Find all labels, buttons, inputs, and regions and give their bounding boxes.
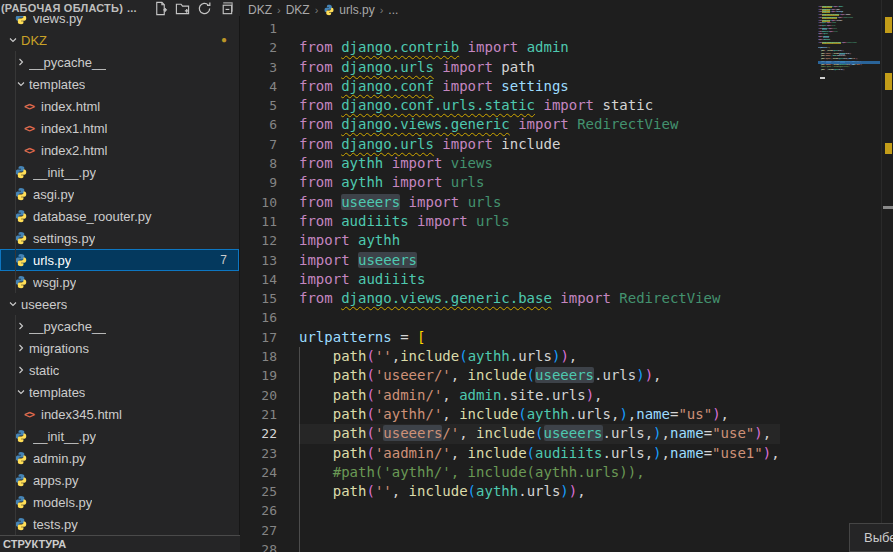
code-line-13[interactable]: import useeers — [299, 251, 780, 270]
chevron-down-icon — [5, 32, 21, 48]
tree-item-migrations[interactable]: migrations — [0, 337, 239, 359]
tree-item-settings-py[interactable]: settings.py — [0, 227, 239, 249]
code-line-17[interactable]: urlpatterns = [ — [299, 328, 780, 347]
explorer-section-header[interactable]: (РАБОЧАЯ ОБЛАСТЬ) ... — [0, 0, 240, 16]
code-line-16[interactable] — [299, 308, 780, 327]
line-number[interactable]: 23 — [241, 444, 277, 463]
code-line-18[interactable]: path('',include(aythh.urls)), — [299, 347, 780, 366]
code-line-15[interactable]: from django.views.generic.base import Re… — [299, 289, 780, 308]
problems-badge: 7 — [220, 253, 239, 267]
tree-item--pycache-[interactable]: __pycache__ — [0, 51, 239, 73]
outline-section-header[interactable]: СТРУКТУРА — [0, 535, 240, 552]
tree-item-static[interactable]: static — [0, 359, 239, 381]
line-number[interactable]: 25 — [241, 482, 277, 501]
tree-item-admin-py[interactable]: admin.py — [0, 447, 239, 469]
code-line-9[interactable]: from aythh import urls — [299, 173, 780, 192]
line-number[interactable]: 11 — [241, 212, 277, 231]
tree-item-dkz[interactable]: DKZ● — [0, 29, 239, 51]
code-line-28[interactable] — [299, 540, 780, 552]
line-number[interactable]: 7 — [241, 135, 277, 154]
code-line-23[interactable]: path('aadmin/', include(audiiits.urls,),… — [299, 444, 780, 463]
line-number[interactable]: 18 — [241, 347, 277, 366]
line-number[interactable]: 9 — [241, 173, 277, 192]
code-line-24[interactable]: #path('aythh/', include(aythh.urls)), — [299, 463, 780, 482]
new-folder-icon[interactable] — [175, 1, 190, 16]
code-line-25[interactable]: path('', include(aythh.urls)), — [299, 482, 780, 501]
python-file-icon — [323, 4, 335, 16]
collapse-folders-icon[interactable] — [219, 1, 234, 16]
code-line-26[interactable] — [299, 501, 780, 520]
line-number[interactable]: 20 — [241, 386, 277, 405]
tree-item-useeers[interactable]: useeers — [0, 293, 239, 315]
line-number[interactable]: 13 — [241, 251, 277, 270]
code-line-10[interactable]: from useeers import urls — [299, 193, 780, 212]
line-number[interactable]: 3 — [241, 58, 277, 77]
tree-item-index2-html[interactable]: <>index2.html — [0, 139, 239, 161]
line-number[interactable]: 10 — [241, 193, 277, 212]
tree-item-templates[interactable]: templates — [0, 73, 239, 95]
line-number[interactable]: 4 — [241, 77, 277, 96]
tree-item-label: index1.html — [41, 121, 107, 136]
line-number[interactable]: 21 — [241, 405, 277, 424]
breadcrumb-item[interactable]: ... — [388, 3, 398, 17]
tree-item-templates[interactable]: templates — [0, 381, 239, 403]
line-number[interactable]: 15 — [241, 289, 277, 308]
code-line-2[interactable]: from django.contrib import admin — [299, 38, 780, 57]
tree-item-index345-html[interactable]: <>index345.html — [0, 403, 239, 425]
new-file-icon[interactable] — [153, 1, 168, 16]
overview-ruler[interactable] — [881, 0, 893, 552]
tree-item-index-html[interactable]: <>index.html — [0, 95, 239, 117]
code-line-11[interactable]: from audiiits import urls — [299, 212, 780, 231]
line-number[interactable]: 16 — [241, 308, 277, 327]
code-line-19[interactable]: path('useeer/', include(useeers.urls)), — [299, 366, 780, 385]
tree-item-asgi-py[interactable]: asgi.py — [0, 183, 239, 205]
code-line-7[interactable]: from django.urls import include — [299, 135, 780, 154]
tree-item--init-py[interactable]: __init__.py — [0, 425, 239, 447]
line-number[interactable]: 8 — [241, 154, 277, 173]
breadcrumb-item[interactable]: urls.py — [339, 3, 374, 17]
minimap-cursor-mark — [820, 77, 825, 79]
line-number[interactable]: 24 — [241, 463, 277, 482]
line-number[interactable]: 5 — [241, 96, 277, 115]
modified-dot-icon: ● — [221, 35, 239, 45]
code-line-5[interactable]: from django.conf.urls.static import stat… — [299, 96, 780, 115]
line-number[interactable]: 2 — [241, 38, 277, 57]
code-line-22[interactable]: path('useeers/', include(useeers.urls,),… — [299, 424, 780, 443]
tree-item-models-py[interactable]: models.py — [0, 491, 239, 513]
tree-item--init-py[interactable]: __init__.py — [0, 161, 239, 183]
breadcrumb-item[interactable]: DKZ — [248, 3, 272, 17]
tree-item-database-roouter-py[interactable]: database_roouter.py — [0, 205, 239, 227]
tree-item--pycache-[interactable]: __pycache__ — [0, 315, 239, 337]
line-number[interactable]: 14 — [241, 270, 277, 289]
code-line-3[interactable]: from django.urls import path — [299, 58, 780, 77]
tree-item-tests-py[interactable]: tests.py — [0, 513, 239, 535]
line-number[interactable]: 19 — [241, 366, 277, 385]
line-number[interactable]: 1 — [241, 19, 277, 38]
code-line-8[interactable]: from aythh import views — [299, 154, 780, 173]
tree-item-apps-py[interactable]: apps.py — [0, 469, 239, 491]
tree-item-label: __pycache__ — [29, 55, 106, 70]
line-number[interactable]: 22 — [241, 424, 277, 443]
code-line-14[interactable]: import audiiits — [299, 270, 780, 289]
code-line-21[interactable]: path('aythh/', include(aythh.urls,),name… — [299, 405, 780, 424]
line-number[interactable]: 27 — [241, 521, 277, 540]
code-line-4[interactable]: from django.conf import settings — [299, 77, 780, 96]
breadcrumb-item[interactable]: DKZ — [286, 3, 310, 17]
minimap[interactable]: from django.contrib import adminfrom dja… — [818, 3, 880, 80]
code-line-1[interactable] — [299, 19, 780, 38]
code-line-20[interactable]: path('admin/', admin.site.urls), — [299, 386, 780, 405]
tree-item-index1-html[interactable]: <>index1.html — [0, 117, 239, 139]
code-line-27[interactable] — [299, 521, 780, 540]
code-line-12[interactable]: import aythh — [299, 231, 780, 250]
tree-item-urls-py[interactable]: urls.py7 — [0, 249, 239, 271]
code-content[interactable]: from django.contrib import adminfrom dja… — [299, 19, 780, 552]
code-line-6[interactable]: from django.views.generic import Redirec… — [299, 115, 780, 134]
line-number[interactable]: 17 — [241, 328, 277, 347]
line-number[interactable]: 6 — [241, 115, 277, 134]
line-number[interactable]: 12 — [241, 231, 277, 250]
warning-squiggle: django.contrib — [341, 39, 459, 55]
line-number[interactable]: 26 — [241, 501, 277, 520]
refresh-explorer-icon[interactable] — [197, 1, 212, 16]
line-number[interactable]: 28 — [241, 540, 277, 552]
tree-item-wsgi-py[interactable]: wsgi.py — [0, 271, 239, 293]
